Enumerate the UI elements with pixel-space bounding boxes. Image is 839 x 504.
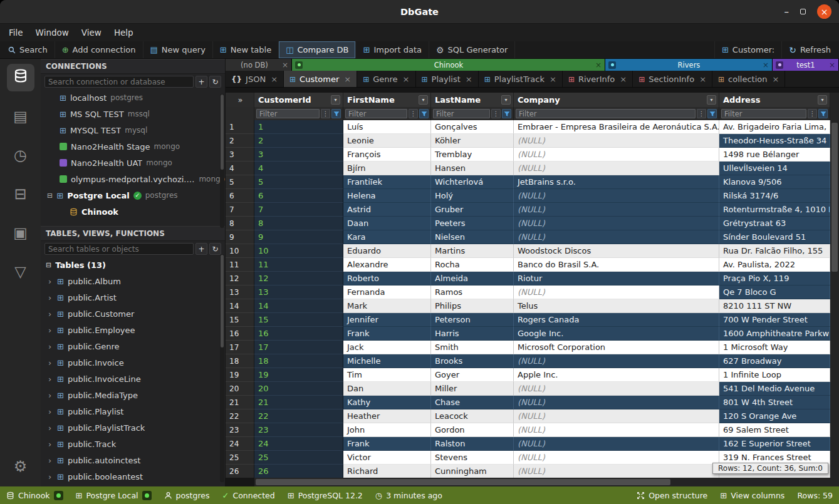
close-tab-icon[interactable]: × xyxy=(403,75,410,84)
cell-company[interactable]: (NULL) xyxy=(514,382,719,396)
cell-customerid[interactable]: 21 xyxy=(254,396,343,409)
table-item-public-track[interactable]: ›⊞public.Track xyxy=(41,436,225,452)
statusbar-postgre-local[interactable]: ⊞Postgre Local xyxy=(76,491,152,500)
cell-customerid[interactable]: 5 xyxy=(254,175,343,189)
column-dropdown-icon[interactable]: ▾ xyxy=(501,95,511,105)
cell-customerid[interactable]: 25 xyxy=(254,451,343,465)
statusbar-view-columns[interactable]: ⊞View columns xyxy=(720,491,784,500)
connection-item-chinook[interactable]: Chinook xyxy=(41,203,225,220)
cell-customerid[interactable]: 8 xyxy=(254,217,343,230)
cell-firstname[interactable]: Bjírn xyxy=(343,162,431,175)
cell-company[interactable]: (NULL) xyxy=(514,217,719,230)
statusbar-open-structure[interactable]: Open structure xyxy=(637,491,707,500)
cell-lastname[interactable]: Gruber xyxy=(431,203,514,217)
table-row[interactable]: 2222HeatherLeacock(NULL)120 S Orange Ave xyxy=(226,409,830,423)
cell-customerid[interactable]: 20 xyxy=(254,382,343,396)
cell-firstname[interactable]: François xyxy=(343,148,431,162)
table-item-public-mediatype[interactable]: ›⊞public.MediaType xyxy=(41,387,225,403)
table-row[interactable]: 2020DanMiller(NULL)541 Del Medio Avenue xyxy=(226,382,830,396)
table-item-public-customer[interactable]: ›⊞public.Customer xyxy=(41,306,225,322)
table-item-public-genre[interactable]: ›⊞public.Genre xyxy=(41,338,225,354)
cell-lastname[interactable]: Brooks xyxy=(431,354,514,368)
connection-item-ms-sql-test[interactable]: ⊞MS SQL TESTmssql xyxy=(41,106,225,122)
filter-menu-icon[interactable]: ⋮ xyxy=(409,109,418,118)
cell-customerid[interactable]: 7 xyxy=(254,203,343,217)
cell-company[interactable]: Apple Inc. xyxy=(514,368,719,382)
toolbar-search-button[interactable]: Search xyxy=(1,41,55,58)
cell-company[interactable]: (NULL) xyxy=(514,465,719,478)
cell-firstname[interactable]: Astrid xyxy=(343,203,431,217)
table-row[interactable]: 1111AlexandreRochaBanco do Brasil S.A.Av… xyxy=(226,258,830,272)
cell-firstname[interactable]: Dan xyxy=(343,382,431,396)
rail-archive-button[interactable]: ⊟ xyxy=(7,180,34,208)
cell-company[interactable]: (NULL) xyxy=(514,409,719,423)
cell-address[interactable]: Praça Pio X, 119 xyxy=(719,272,830,285)
cell-address[interactable]: Theodor-Heuss-Straße 34 xyxy=(719,134,830,148)
column-dropdown-icon[interactable]: ▾ xyxy=(707,95,716,105)
refresh-tables-button[interactable]: ↻ xyxy=(209,243,221,255)
connections-panel-header[interactable]: CONNECTIONS xyxy=(41,59,225,74)
table-row[interactable]: 1414MarkPhilipsTelus8210 111 ST NW xyxy=(226,299,830,313)
cell-customerid[interactable]: 6 xyxy=(254,189,343,203)
cell-lastname[interactable]: Ralston xyxy=(431,437,514,451)
tab-sectioninfo[interactable]: ⊞SectionInfo× xyxy=(633,71,712,88)
close-tab-icon[interactable]: × xyxy=(271,75,278,84)
table-row[interactable]: 1212RobertoAlmeidaRioturPraça Pio X, 119 xyxy=(226,272,830,285)
cell-company[interactable]: (NULL) xyxy=(514,148,719,162)
cell-firstname[interactable]: Eduardo xyxy=(343,244,431,258)
toolbar-refresh-button[interactable]: ↻Refresh xyxy=(781,41,838,58)
column-header-company[interactable]: Company▾ xyxy=(514,93,719,107)
connection-search-input[interactable] xyxy=(44,76,194,88)
cell-customerid[interactable]: 26 xyxy=(254,465,343,478)
cell-company[interactable]: (NULL) xyxy=(514,134,719,148)
cell-address[interactable]: Av. Paulista, 2022 xyxy=(719,258,830,272)
cell-customerid[interactable]: 18 xyxy=(254,354,343,368)
cell-lastname[interactable]: Peeters xyxy=(431,217,514,230)
cell-firstname[interactable]: Frantiīek xyxy=(343,175,431,189)
cell-address[interactable]: 69 Salem Street xyxy=(719,423,830,437)
rail-filter-button[interactable]: ▽ xyxy=(7,258,34,285)
cell-firstname[interactable]: Luís xyxy=(343,120,431,134)
menu-file[interactable]: File xyxy=(3,26,29,39)
close-tab-icon[interactable]: × xyxy=(282,61,288,69)
table-row[interactable]: 1515JenniferPetersonRogers Canada700 W P… xyxy=(226,313,830,327)
tab-playlist[interactable]: ⊞Playlist× xyxy=(416,71,479,88)
column-header-firstname[interactable]: FirstName▾ xyxy=(343,93,431,107)
menu-help[interactable]: Help xyxy=(108,26,140,39)
connection-item-postgre-local[interactable]: ⊟⊞Postgre Local✓postgres xyxy=(41,187,225,203)
cell-lastname[interactable]: Gordon xyxy=(431,423,514,437)
tab-customer[interactable]: ⊞Customer× xyxy=(284,71,357,88)
toolbar-compare-db-button[interactable]: ◫Compare DB xyxy=(279,41,356,58)
rail-plugins-button[interactable]: ▣ xyxy=(7,219,34,247)
tab-playlisttrack[interactable]: ⊞PlaylistTrack× xyxy=(479,71,563,88)
table-item-public-playlist[interactable]: ›⊞public.Playlist xyxy=(41,403,225,419)
column-dropdown-icon[interactable]: ▾ xyxy=(419,95,428,105)
cell-address[interactable]: 541 Del Medio Avenue xyxy=(719,382,830,396)
table-row[interactable]: 33FrançoisTremblay(NULL)1498 rue Bélange… xyxy=(226,148,830,162)
cell-firstname[interactable]: Richard xyxy=(343,465,431,478)
horizontal-scrollbar-thumb[interactable] xyxy=(256,479,670,485)
close-tab-icon[interactable]: × xyxy=(344,75,351,84)
filter-menu-icon[interactable]: ⋮ xyxy=(697,109,706,118)
cell-lastname[interactable]: Almeida xyxy=(431,272,514,285)
vertical-scrollbar-thumb[interactable] xyxy=(831,123,838,272)
cell-address[interactable]: 1 Microsoft Way xyxy=(719,341,830,354)
db-tab-test1[interactable]: test1× xyxy=(773,59,839,71)
cell-address[interactable]: 1600 Amphitheatre Parkw xyxy=(719,327,830,341)
filter-funnel-icon[interactable] xyxy=(331,109,341,118)
refresh-connections-button[interactable]: ↻ xyxy=(209,76,221,88)
table-item-public-booleantest[interactable]: ›⊞public.booleantest xyxy=(41,468,225,485)
cell-customerid[interactable]: 14 xyxy=(254,299,343,313)
table-item-public-invoice[interactable]: ›⊞public.Invoice xyxy=(41,354,225,371)
toolbar-customer-button[interactable]: ⊞Customer: xyxy=(714,41,781,58)
cell-firstname[interactable]: John xyxy=(343,423,431,437)
tab-riverinfo[interactable]: ⊞RiverInfo× xyxy=(563,71,633,88)
cell-address[interactable]: 8210 111 ST NW xyxy=(719,299,830,313)
toolbar-new-table-button[interactable]: ⊞New table xyxy=(213,41,279,58)
cell-firstname[interactable]: Kathy xyxy=(343,396,431,409)
cell-company[interactable]: Banco do Brasil S.A. xyxy=(514,258,719,272)
cell-firstname[interactable]: Roberto xyxy=(343,272,431,285)
rail-settings-button[interactable]: ⚙ xyxy=(7,453,34,480)
cell-firstname[interactable]: Tim xyxy=(343,368,431,382)
collapse-icon[interactable]: ⊟ xyxy=(47,192,53,200)
